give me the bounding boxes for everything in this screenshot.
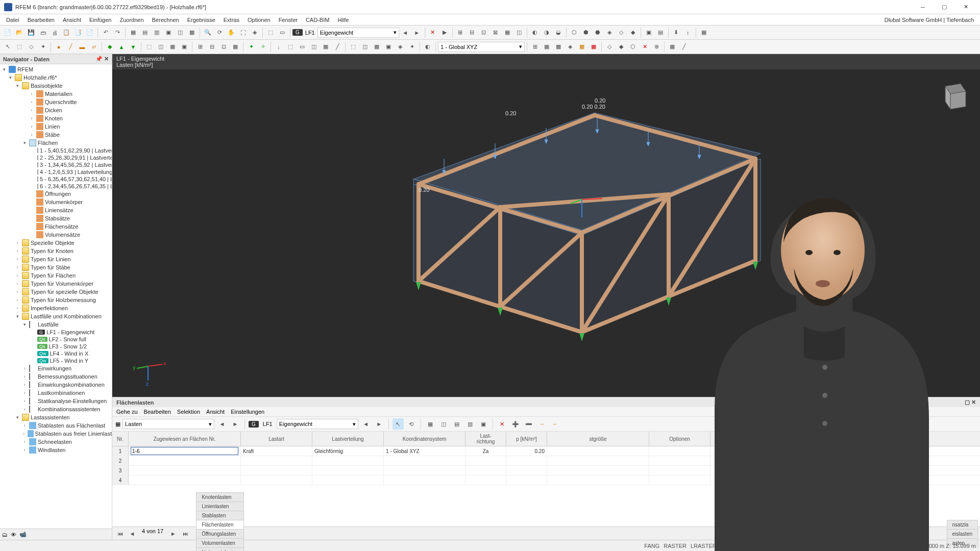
tree-item[interactable]: ›Kombinationsassistenten	[0, 405, 112, 413]
p2-icon[interactable]: ⊟	[206, 41, 217, 53]
rotate-icon[interactable]: ⟳	[214, 27, 225, 38]
tb2-icon[interactable]: ◫	[438, 418, 449, 430]
table-menu-view[interactable]: Ansicht	[206, 409, 225, 415]
table-menu-edit[interactable]: Bearbeiten	[144, 409, 171, 415]
nav-view1-icon[interactable]: 🗂	[2, 532, 8, 538]
table-tab[interactable]: Linienlasten	[196, 502, 244, 511]
view2-icon[interactable]: ▤	[139, 27, 151, 38]
tab-next-icon[interactable]: ►	[167, 528, 179, 539]
tree-loadcase[interactable]: GLF1 - Eigengewicht	[0, 329, 112, 336]
tree-item[interactable]: Liniensätze	[0, 206, 112, 214]
v4-icon[interactable]: ◈	[565, 41, 576, 53]
t18-icon[interactable]: ⬇	[671, 27, 682, 38]
t20-icon[interactable]: ▦	[698, 27, 709, 38]
t3-icon[interactable]: ⊡	[478, 27, 489, 38]
lf-next-icon[interactable]: ►	[411, 27, 423, 38]
tree-item[interactable]: ›Materialien	[0, 90, 112, 98]
v2-icon[interactable]: ▦	[541, 41, 552, 53]
s5-icon[interactable]: ◈	[395, 41, 406, 53]
w1-icon[interactable]: ◇	[604, 41, 615, 53]
tb3-icon[interactable]: ▤	[451, 418, 462, 430]
tb5-icon[interactable]: ▣	[478, 418, 489, 430]
t14-icon[interactable]: ◇	[616, 27, 627, 38]
tree-item[interactable]: ›Dicken	[0, 106, 112, 114]
node-icon[interactable]: ●	[53, 41, 64, 53]
col-opt[interactable]: Optionen	[649, 432, 710, 446]
tree-item[interactable]: ›Spezielle Objekte	[0, 239, 112, 247]
calc-icon[interactable]: ✕	[427, 27, 438, 38]
t5-icon[interactable]: ▦	[502, 27, 513, 38]
tree-item[interactable]: ›Typen für spezielle Objekte	[0, 288, 112, 296]
table-tab[interactable]: Liniensatzlasten	[196, 547, 244, 552]
t4-icon[interactable]: ⊠	[490, 27, 501, 38]
table-row[interactable]: 4	[112, 475, 980, 485]
tree-loadcase[interactable]: QwLF4 - Wind in X	[0, 350, 112, 357]
menu-zuordnen[interactable]: Zuordnen	[115, 16, 148, 24]
table-row[interactable]: 3	[112, 466, 980, 475]
view-cube[interactable]	[935, 79, 971, 114]
s4-icon[interactable]: ▣	[383, 41, 394, 53]
menu-extras[interactable]: Extras	[219, 16, 243, 24]
p3-icon[interactable]: ⊡	[218, 41, 229, 53]
status-fang[interactable]: FANG	[644, 543, 659, 549]
tree-item[interactable]: ›Typen für Linien	[0, 255, 112, 263]
member-icon[interactable]: ▬	[77, 41, 88, 53]
saveall-icon[interactable]: 🗃	[37, 27, 48, 38]
tree-item[interactable]: ›Typen für Knoten	[0, 247, 112, 255]
show1-icon[interactable]: ⬚	[265, 27, 276, 38]
col-lastvert[interactable]: Lastverteilung	[312, 432, 384, 446]
r3-icon[interactable]: ▭	[297, 41, 308, 53]
tab-first-icon[interactable]: ⏮	[114, 528, 126, 539]
col-cs[interactable]: Koordinatensystem	[384, 432, 465, 446]
sel-mode-icon[interactable]: ↖	[393, 418, 404, 430]
view5-icon[interactable]: ◫	[175, 27, 186, 38]
tree-item[interactable]: 5 - 6,35,46,57,30,62,51,40 | Lastve	[0, 176, 112, 183]
r2-icon[interactable]: ⬚	[285, 41, 296, 53]
pin-icon[interactable]: 📌	[95, 56, 103, 62]
menu-berechnen[interactable]: Berechnen	[148, 16, 183, 24]
tree-item[interactable]: Stabsätze	[0, 214, 112, 222]
tree-item[interactable]: ›Typen für Holzbemessung	[0, 296, 112, 304]
tree-item[interactable]: 6 - 2,34,45,56,26,57,46,35 | Lastve	[0, 183, 112, 190]
fit-icon[interactable]: ⛶	[237, 27, 249, 38]
tree-item[interactable]: ›Linien	[0, 122, 112, 131]
sel-icon[interactable]: ↖	[2, 41, 13, 53]
menu-optionen[interactable]: Optionen	[243, 16, 275, 24]
s1-icon[interactable]: ⬚	[348, 41, 359, 53]
status-lraster[interactable]: LRASTER	[691, 543, 717, 549]
v5-icon[interactable]: ▦	[576, 41, 587, 53]
tree-item[interactable]: 2 - 25,26,30,29,91 | Lastverteilung	[0, 154, 112, 161]
copy-icon[interactable]: 📄	[84, 27, 95, 38]
table-tab[interactable]: Volumenlasten	[196, 538, 244, 547]
sel2-icon[interactable]: ⬚	[14, 41, 25, 53]
s3-icon[interactable]: ▦	[371, 41, 382, 53]
sel4-icon[interactable]: ✦	[37, 41, 48, 53]
table-type-combo[interactable]: Lasten▾	[122, 419, 214, 429]
show2-icon[interactable]: ▭	[277, 27, 288, 38]
viewport-3d[interactable]: LF1 - Eigengewicht Lasten [kN/m²]	[112, 54, 980, 397]
g3-icon[interactable]: ▼	[128, 41, 139, 53]
t13-icon[interactable]: ◈	[604, 27, 615, 38]
table-tab[interactable]: Öffnungslasten	[196, 529, 244, 538]
tree-item[interactable]: ›Statikanalyse-Einstellungen	[0, 397, 112, 405]
redo-icon[interactable]: ↷	[112, 27, 123, 38]
navigator-tree[interactable]: ▾RFEM ▾Holzhalle.rf6* ▾Basisobjekte ›Mat…	[0, 64, 112, 529]
print-icon[interactable]: 🖨	[49, 27, 60, 38]
o1-icon[interactable]: ⬚	[143, 41, 155, 53]
menu-hilfe[interactable]: Hilfe	[333, 16, 353, 24]
t6-icon[interactable]: ◫	[513, 27, 525, 38]
tree-item[interactable]: ›Windlasten	[0, 446, 112, 454]
w2-icon[interactable]: ◆	[616, 41, 627, 53]
tab-prev-icon[interactable]: ◄	[127, 528, 138, 539]
nav-close-icon[interactable]: ✕	[104, 56, 109, 62]
w3-icon[interactable]: ⬡	[627, 41, 639, 53]
p1-icon[interactable]: ⊞	[194, 41, 206, 53]
tb4-icon[interactable]: ▥	[464, 418, 476, 430]
table-tab[interactable]: nsatzla	[947, 520, 978, 529]
menu-einfuegen[interactable]: Einfügen	[85, 16, 115, 24]
pan-icon[interactable]: ✋	[226, 27, 237, 38]
tree-item[interactable]: ›Bemessungssituationen	[0, 372, 112, 381]
new-icon[interactable]: 📄	[2, 27, 13, 38]
minimize-button[interactable]: ─	[913, 2, 933, 13]
q1-icon[interactable]: ✦	[246, 41, 257, 53]
